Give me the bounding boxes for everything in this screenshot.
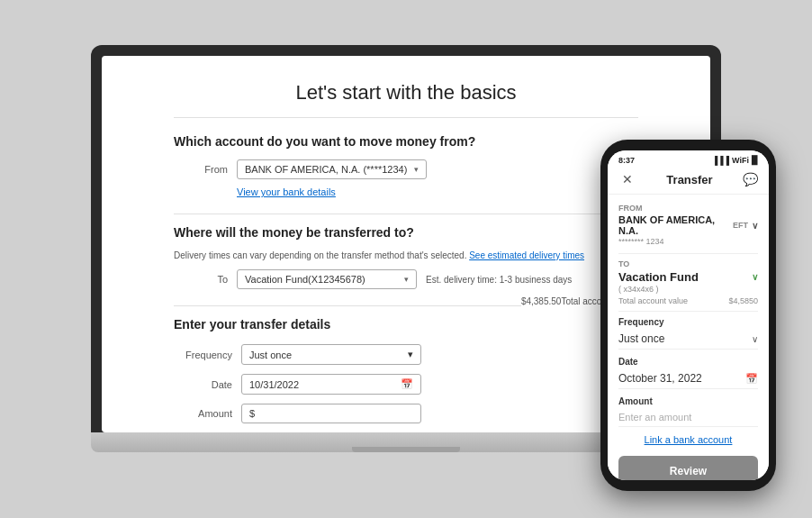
phone-fund-name: Vacation Fund xyxy=(618,270,699,284)
phone-from-account-num: ******** 1234 xyxy=(618,237,758,246)
to-chevron-icon: ▾ xyxy=(404,275,409,284)
amount-input[interactable]: $ xyxy=(241,404,421,423)
delivery-time: Est. delivery time: 1-3 business days xyxy=(426,275,572,285)
phone-divider-2 xyxy=(618,311,758,312)
phone-amount-label: Amount xyxy=(618,396,758,406)
from-section: Which account do you want to move money … xyxy=(174,134,638,197)
phone-from-chevron-icon[interactable]: ∨ xyxy=(752,221,758,231)
date-input[interactable]: 10/31/2022 📅 xyxy=(241,374,421,395)
status-icons: ▐▐▐ WiFi ▉ xyxy=(712,156,758,165)
to-section-title: Where will the money be transferred to? xyxy=(174,225,638,240)
phone-vacation-acct: ( x34x4x6 ) xyxy=(618,285,758,294)
date-row: Date 10/31/2022 📅 xyxy=(174,374,638,395)
phone-vacation-fund: Vacation Fund ∨ xyxy=(618,270,758,284)
frequency-value: Just once xyxy=(249,350,292,360)
phone: 8:37 ▐▐▐ WiFi ▉ ✕ Transfer 💬 From xyxy=(600,140,776,491)
from-account-select[interactable]: BANK OF AMERICA, N.A. (****1234) ▾ xyxy=(237,159,427,179)
to-field-row: To Vacation Fund(X12345678) ▾ Est. deliv… xyxy=(174,269,638,289)
divider-2 xyxy=(174,305,521,306)
to-label: To xyxy=(174,274,228,285)
signal-icon: ▐▐▐ xyxy=(712,156,729,165)
phone-from-label: From xyxy=(618,204,758,213)
wifi-icon: WiFi xyxy=(732,156,749,165)
date-label: Date xyxy=(174,379,232,390)
scene: Let's start with the basics Which accoun… xyxy=(0,0,812,518)
phone-time: 8:37 xyxy=(618,156,635,165)
view-bank-details-link[interactable]: View your bank details xyxy=(237,186,638,197)
amount-placeholder: $ xyxy=(249,408,255,419)
phone-bank-name: BANK OF AMERICA, N.A. EFT ∨ xyxy=(618,214,758,236)
phone-frequency-section: Frequency Just once ∨ xyxy=(618,317,758,350)
from-account-value: BANK OF AMERICA, N.A. (****1234) xyxy=(245,164,407,175)
transfer-section-title: Enter your transfer details xyxy=(174,317,638,332)
phone-date-section: Date October 31, 2022 📅 xyxy=(618,357,758,389)
phone-date-label: Date xyxy=(618,357,758,367)
phone-from-section: From BANK OF AMERICA, N.A. EFT ∨ *******… xyxy=(618,204,758,246)
frequency-label: Frequency xyxy=(174,350,232,360)
calendar-icon: 📅 xyxy=(401,378,413,390)
phone-divider-1 xyxy=(618,253,758,254)
amount-label: Amount xyxy=(174,408,232,419)
phone-body: From BANK OF AMERICA, N.A. EFT ∨ *******… xyxy=(608,195,769,480)
phone-eft-badge: EFT xyxy=(733,221,748,230)
from-field-row: From BANK OF AMERICA, N.A. (****1234) ▾ xyxy=(174,159,638,179)
divider-1 xyxy=(174,214,638,214)
phone-to-label: To xyxy=(618,259,758,268)
phone-chat-icon[interactable]: 💬 xyxy=(743,172,758,186)
frequency-row: Frequency Just once ▾ xyxy=(174,344,638,365)
phone-amount-placeholder: Enter an amount xyxy=(618,412,691,423)
to-section: Where will the money be transferred to? … xyxy=(174,225,638,289)
phone-review-button[interactable]: Review xyxy=(618,456,758,480)
battery-icon: ▉ xyxy=(752,156,758,165)
phone-date-value[interactable]: October 31, 2022 📅 xyxy=(618,368,758,389)
phone-frequency-value[interactable]: Just once ∨ xyxy=(618,329,758,350)
phone-header-title: Transfer xyxy=(666,173,712,186)
from-section-title: Which account do you want to move money … xyxy=(174,134,638,149)
amount-row: Amount $ xyxy=(174,404,638,423)
frequency-select[interactable]: Just once ▾ xyxy=(241,344,421,365)
phone-header: ✕ Transfer 💬 xyxy=(608,168,769,195)
phone-amount-section: Amount Enter an amount xyxy=(618,396,758,427)
to-row: Vacation Fund(X12345678) ▾ Est. delivery… xyxy=(237,269,572,289)
phone-to-section: To Vacation Fund ∨ ( x34x4x6 ) Total acc… xyxy=(618,259,758,305)
to-account-value: Vacation Fund(X12345678) xyxy=(245,274,365,285)
phone-status-bar: 8:37 ▐▐▐ WiFi ▉ xyxy=(608,150,769,168)
delivery-note: Delivery times can vary depending on the… xyxy=(174,250,638,260)
phone-calendar-icon: 📅 xyxy=(745,373,758,385)
from-chevron-icon: ▾ xyxy=(414,165,419,174)
delivery-times-link[interactable]: See estimated delivery times xyxy=(469,250,584,260)
phone-amount-input[interactable]: Enter an amount xyxy=(618,408,758,427)
phone-to-chevron-icon[interactable]: ∨ xyxy=(752,272,758,282)
phone-frequency-label: Frequency xyxy=(618,317,758,327)
date-value: 10/31/2022 xyxy=(249,379,299,390)
phone-screen: 8:37 ▐▐▐ WiFi ▉ ✕ Transfer 💬 From xyxy=(608,150,769,480)
transfer-details-section: Enter your transfer details Frequency Ju… xyxy=(174,317,638,423)
frequency-chevron-icon: ▾ xyxy=(408,349,413,360)
phone-link-bank[interactable]: Link a bank account xyxy=(618,434,758,445)
phone-close-button[interactable]: ✕ xyxy=(618,172,636,186)
phone-frequency-chevron-icon: ∨ xyxy=(752,334,758,344)
page-title: Let's start with the basics xyxy=(174,81,638,118)
from-label: From xyxy=(174,164,228,175)
to-account-select[interactable]: Vacation Fund(X12345678) ▾ xyxy=(237,269,417,289)
phone-total-value: Total account value $4,5850 xyxy=(618,296,758,305)
